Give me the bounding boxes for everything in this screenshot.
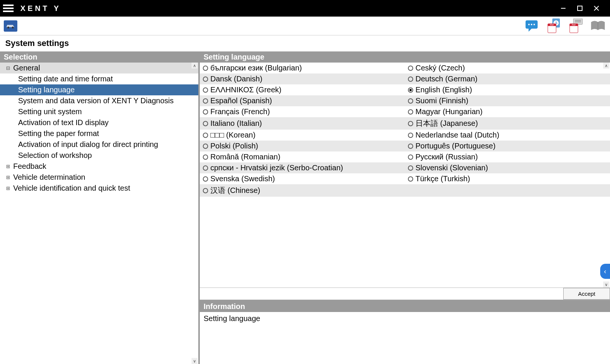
accept-bar: Accept (200, 288, 610, 300)
language-label: ΕΛΛΗΝΙΚΟΣ (Greek) (210, 86, 282, 94)
language-option[interactable]: Ceský (Czech) (405, 63, 610, 73)
page-title: System settings (0, 35, 610, 51)
language-option[interactable]: Español (Spanish) (200, 95, 405, 106)
scroll-down-icon[interactable]: ∨ (603, 281, 609, 288)
language-label: Magyar (Hungarian) (415, 107, 483, 116)
svg-text:PDF: PDF (550, 24, 554, 26)
vehicle-icon[interactable] (4, 20, 17, 32)
radio-icon (203, 66, 208, 71)
language-option[interactable]: Deutsch (German) (405, 73, 610, 84)
tree-item-child[interactable]: Activation of text ID display (0, 117, 198, 128)
scroll-up-icon[interactable]: ∧ (192, 63, 198, 69)
tree-item-child[interactable]: System and data version of XENT Y Diagno… (0, 95, 198, 106)
information-body: Setting language (200, 312, 610, 325)
language-option[interactable]: Svenska (Swedish) (200, 173, 405, 184)
close-icon[interactable] (593, 5, 599, 11)
selection-header: Selection (0, 52, 198, 63)
radio-icon (408, 109, 413, 115)
language-label: 汉语 (Chinese) (210, 185, 260, 196)
language-option[interactable]: Polski (Polish) (200, 141, 405, 151)
language-option[interactable]: български език (Bulgarian) (200, 63, 405, 73)
book-icon[interactable] (590, 18, 606, 34)
radio-icon (203, 133, 208, 138)
language-option[interactable]: Français (French) (200, 106, 405, 117)
titlebar: XENT Y (0, 0, 610, 17)
radio-icon (203, 188, 208, 193)
radio-icon (203, 165, 208, 171)
radio-icon (408, 154, 413, 160)
language-header: Setting language (200, 52, 610, 63)
radio-icon (408, 133, 413, 138)
tree-item-general[interactable]: General (0, 63, 198, 73)
tree-item-feedback[interactable]: Feedback (0, 161, 198, 172)
pdf-print-icon[interactable]: PDF (568, 18, 584, 34)
maximize-icon[interactable] (577, 5, 583, 11)
radio-icon (408, 66, 413, 71)
language-label: Suomi (Finnish) (415, 96, 468, 105)
language-option[interactable]: Nederlandse taal (Dutch) (405, 130, 610, 141)
tree-item-child[interactable]: Activation of input dialog for direct pr… (0, 139, 198, 150)
selection-pane: Selection ∧General Setting date and time… (0, 52, 200, 364)
radio-icon (408, 98, 413, 104)
language-option[interactable]: 汉语 (Chinese) (200, 184, 405, 197)
menu-icon[interactable] (3, 5, 14, 12)
language-option[interactable]: Pусский (Russian) (405, 151, 610, 162)
language-option[interactable]: 日本語 (Japanese) (405, 117, 610, 130)
language-option[interactable]: Dansk (Danish) (200, 73, 405, 84)
language-label: Dansk (Danish) (210, 75, 262, 83)
language-option[interactable]: Suomi (Finnish) (405, 95, 610, 106)
tree-item-child[interactable]: Setting language (0, 84, 198, 95)
language-option[interactable]: English (English) (405, 84, 610, 95)
language-label: Português (Portuguese) (415, 142, 495, 150)
language-option[interactable]: Türkçe (Turkish) (405, 173, 610, 184)
svg-rect-17 (575, 21, 581, 22)
radio-icon (408, 87, 413, 93)
language-label: Türkçe (Turkish) (415, 174, 470, 183)
svg-rect-16 (575, 20, 581, 21)
tree-item-vehicle-determination[interactable]: Vehicle determination (0, 172, 198, 183)
tree-item-child[interactable]: Setting unit system (0, 106, 198, 117)
selection-tree: ∧General Setting date and time formatSet… (0, 63, 198, 364)
radio-icon (408, 176, 413, 182)
language-option[interactable]: ΕΛΛΗΝΙΚΟΣ (Greek) (200, 84, 405, 95)
svg-point-8 (531, 24, 532, 25)
language-option[interactable]: Română (Romanian) (200, 151, 405, 162)
language-label: Polski (Polish) (210, 142, 258, 150)
language-label: English (English) (415, 86, 472, 94)
app-brand: XENT Y (20, 4, 61, 13)
svg-text:PDF: PDF (572, 24, 576, 26)
language-label: Slovenski (Slovenian) (415, 164, 488, 172)
pdf-history-icon[interactable]: PDF (546, 18, 562, 34)
scroll-up-icon[interactable]: ∧ (603, 63, 609, 69)
language-label: Deutsch (German) (415, 75, 478, 83)
radio-icon (203, 109, 208, 115)
language-option[interactable]: Slovenski (Slovenian) (405, 162, 610, 173)
information-header: Information (200, 301, 610, 312)
language-option[interactable]: српски - Hrvatski jezik (Serbo-Croatian) (200, 162, 405, 173)
chat-icon[interactable] (524, 18, 541, 34)
radio-icon (203, 144, 208, 149)
language-option[interactable]: Magyar (Hungarian) (405, 106, 610, 117)
language-option (405, 184, 610, 197)
language-option[interactable]: □□□ (Korean) (200, 130, 405, 141)
side-drawer-toggle[interactable]: ‹ (600, 264, 610, 279)
language-option[interactable]: Italiano (Italian) (200, 117, 405, 130)
language-label: Italiano (Italian) (210, 119, 262, 128)
language-option[interactable]: Português (Portuguese) (405, 141, 610, 151)
radio-icon (203, 76, 208, 82)
language-label: Français (French) (210, 107, 270, 116)
minimize-icon[interactable] (560, 5, 566, 11)
radio-icon (203, 154, 208, 160)
svg-point-9 (533, 24, 535, 25)
tree-item-child[interactable]: Selection of workshop (0, 150, 198, 161)
scroll-down-icon[interactable]: ∨ (192, 358, 198, 364)
radio-icon (203, 121, 208, 126)
language-label: български език (Bulgarian) (210, 64, 302, 72)
language-label: Svenska (Swedish) (210, 174, 275, 183)
tree-item-child[interactable]: Setting date and time format (0, 73, 198, 84)
accept-button[interactable]: Accept (563, 288, 610, 300)
tree-item-child[interactable]: Setting the paper format (0, 128, 198, 139)
tree-item-vehicle-identification[interactable]: Vehicle identification and quick test (0, 183, 198, 194)
svg-point-7 (528, 24, 530, 25)
language-label: □□□ (Korean) (210, 131, 256, 139)
